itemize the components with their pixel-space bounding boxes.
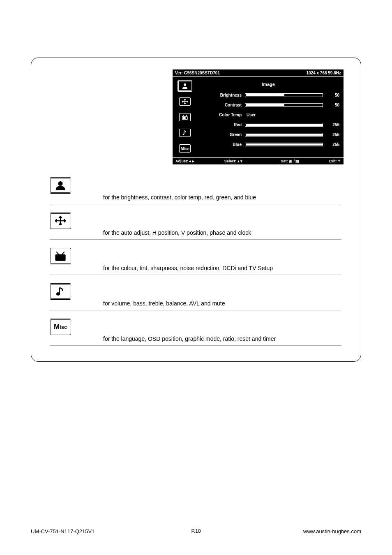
blue-label: Blue [197, 142, 242, 147]
row-green[interactable]: Green 255 [197, 130, 339, 139]
page-frame: Ver: G56SN20SSTD701 1024 x 768 59.8Hz Mi… [31, 58, 361, 362]
blue-bar [245, 143, 323, 146]
legend-row-misc: Misc for the language, OSD position, gra… [50, 310, 341, 346]
svg-rect-2 [183, 117, 185, 119]
row-red[interactable]: Red 255 [197, 120, 339, 130]
row-color-temp[interactable]: Color Temp User [197, 110, 339, 120]
blue-value: 255 [328, 142, 339, 147]
red-label: Red [197, 123, 242, 127]
green-label: Green [197, 132, 242, 137]
tv-antenna-icon [54, 251, 67, 261]
legend-text-misc: for the language, OSD position, graphic … [103, 335, 276, 343]
tab-misc[interactable]: Misc [178, 143, 192, 154]
audio-icon [50, 283, 71, 300]
misc-label-icon: Misc [54, 323, 67, 331]
green-value: 255 [328, 132, 339, 137]
osd-hints: Adjust: ◂ ▸ Select: ▴ ▾ Set: ▣ / ▤ Exit:… [173, 157, 344, 164]
music-note-icon [55, 287, 66, 296]
osd-tabs: Misc [173, 77, 197, 157]
osd-content: Image Brightness 50 Contrast 50 Color Te… [197, 77, 344, 157]
move-arrows-icon [181, 99, 189, 104]
osd-resolution: 1024 x 768 59.8Hz [306, 71, 341, 75]
red-bar [245, 123, 323, 127]
brightness-bar [245, 93, 323, 97]
legend-text-geometry: for the auto adjust, H position, V posit… [103, 229, 251, 237]
brightness-value: 50 [328, 93, 339, 97]
image-icon [50, 177, 71, 194]
icon-legend: for the brightness, contrast, color temp… [50, 169, 341, 346]
row-brightness[interactable]: Brightness 50 [197, 90, 339, 100]
person-icon [181, 83, 189, 89]
color-temp-value: User [245, 113, 339, 117]
legend-text-audio: for volume, bass, treble, balance, AVL a… [103, 300, 225, 308]
svg-rect-6 [57, 256, 61, 259]
legend-text-video: for the colour, tint, sharpness, noise r… [103, 265, 273, 272]
legend-text-image: for the brightness, contrast, color temp… [103, 194, 256, 201]
red-value: 255 [328, 123, 339, 127]
contrast-label: Contrast [197, 103, 242, 107]
green-bar [245, 133, 323, 136]
svg-point-3 [183, 134, 184, 135]
tab-audio[interactable] [178, 127, 192, 139]
legend-row-audio: for volume, bass, treble, balance, AVL a… [50, 275, 341, 310]
svg-point-4 [58, 181, 62, 185]
misc-icon: Misc [50, 319, 71, 335]
row-blue[interactable]: Blue 255 [197, 139, 339, 149]
hint-set: Set: ▣ / ▤ [270, 158, 311, 164]
hint-select: Select: ▴ ▾ [197, 158, 270, 164]
osd-version: Ver: G56SN20SSTD701 [175, 71, 220, 75]
svg-point-7 [57, 292, 60, 295]
legend-row-geometry: for the auto adjust, H position, V posit… [50, 204, 341, 240]
footer-page-number: P.10 [0, 528, 392, 534]
page-footer: UM-CV-751-N117-Q215V1 P.10 www.austin-hu… [0, 528, 392, 534]
tab-video[interactable] [178, 111, 192, 123]
video-icon [50, 248, 71, 264]
tv-antenna-icon [181, 114, 189, 120]
legend-row-image: for the brightness, contrast, color temp… [50, 169, 341, 204]
move-arrows-icon [54, 215, 67, 226]
tab-image[interactable] [178, 80, 192, 92]
hint-exit: Exit: ↰ [311, 158, 344, 164]
person-icon [54, 180, 67, 190]
osd-title: Image [197, 79, 339, 90]
geometry-icon [50, 213, 71, 229]
legend-row-video: for the colour, tint, sharpness, noise r… [50, 240, 341, 275]
contrast-value: 50 [328, 103, 339, 107]
osd-panel: Ver: G56SN20SSTD701 1024 x 768 59.8Hz Mi… [173, 69, 344, 164]
row-contrast[interactable]: Contrast 50 [197, 100, 339, 110]
svg-point-0 [184, 83, 186, 86]
brightness-label: Brightness [197, 93, 242, 97]
osd-header: Ver: G56SN20SSTD701 1024 x 768 59.8Hz [173, 69, 344, 77]
misc-label-icon: Misc [180, 146, 189, 151]
color-temp-label: Color Temp [197, 113, 242, 117]
tab-geometry[interactable] [178, 96, 192, 107]
contrast-bar [245, 103, 323, 107]
music-note-icon [182, 130, 188, 136]
hint-adjust: Adjust: ◂ ▸ [173, 158, 197, 164]
